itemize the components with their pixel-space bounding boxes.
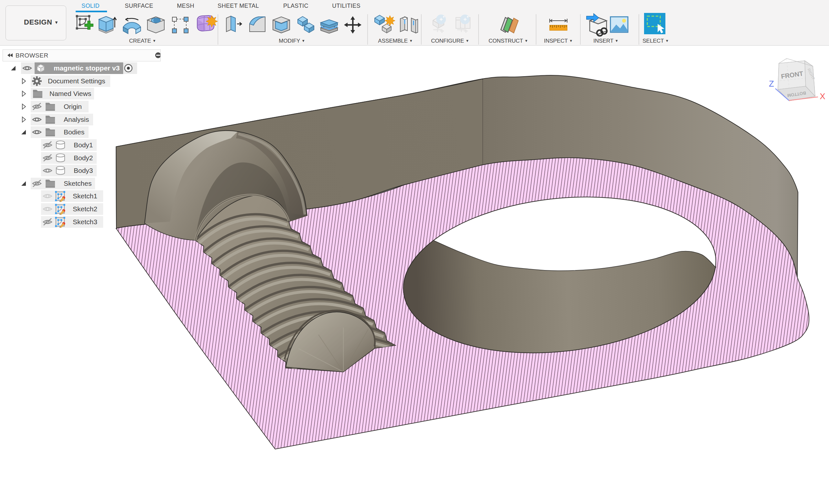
svg-text:X: X [820,91,825,101]
svg-text:Z: Z [769,79,774,88]
